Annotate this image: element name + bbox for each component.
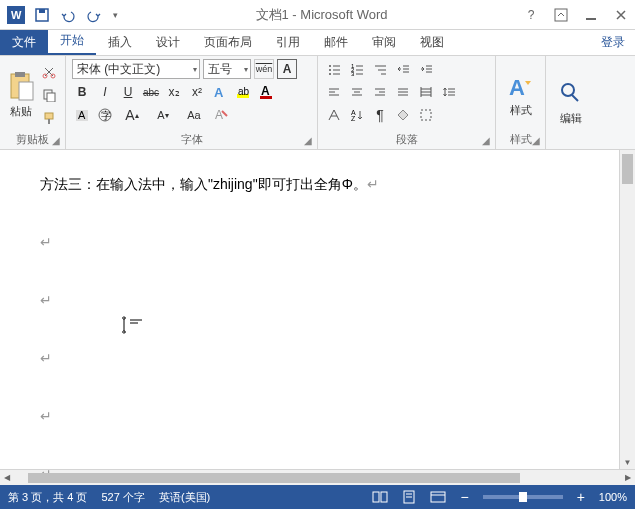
phonetic-guide-icon[interactable]: wén [254, 59, 274, 79]
save-icon[interactable] [30, 3, 54, 27]
status-bar: 第 3 页，共 4 页 527 个字 英语(美国) − + 100% [0, 485, 635, 509]
sort-icon[interactable]: AZ [347, 105, 367, 125]
svg-rect-3 [39, 9, 45, 13]
language-indicator[interactable]: 英语(美国) [159, 490, 210, 505]
svg-text:A: A [261, 84, 270, 98]
tab-view[interactable]: 视图 [408, 30, 456, 55]
font-name-value: 宋体 (中文正文) [77, 61, 160, 78]
text-effects-icon[interactable]: A [210, 82, 230, 102]
tab-file[interactable]: 文件 [0, 30, 48, 55]
enclose-char-icon[interactable]: 字 [95, 105, 115, 125]
close-button[interactable] [611, 5, 631, 25]
scroll-left-icon[interactable]: ◀ [0, 473, 14, 482]
svg-text:A: A [214, 85, 224, 100]
zoom-slider[interactable] [483, 495, 563, 499]
char-border-icon[interactable]: A [277, 59, 297, 79]
asian-layout-icon[interactable] [324, 105, 344, 125]
styles-button[interactable]: A 样式 [502, 59, 539, 130]
help-button[interactable]: ? [521, 5, 541, 25]
zoom-knob[interactable] [519, 492, 527, 502]
underline-button[interactable]: U [118, 82, 138, 102]
superscript-button[interactable]: x² [187, 82, 207, 102]
document-page[interactable]: 方法三：在输入法中，输入"zhijing"即可打出全角Φ。↵ ↵ ↵ ↵ ↵ ↵ [0, 150, 619, 469]
highlight-button[interactable]: ab [233, 82, 253, 102]
align-justify-icon[interactable] [393, 82, 413, 102]
shrink-font-button[interactable]: A▾ [149, 105, 177, 125]
align-right-icon[interactable] [370, 82, 390, 102]
ribbon-options-icon[interactable] [551, 5, 571, 25]
print-layout-icon[interactable] [402, 490, 416, 504]
char-shading-icon[interactable]: A [72, 105, 92, 125]
sign-in-link[interactable]: 登录 [591, 30, 635, 55]
word-count[interactable]: 527 个字 [101, 490, 144, 505]
group-editing: 编辑 [546, 56, 596, 149]
scroll-right-icon[interactable]: ▶ [621, 473, 635, 482]
bullets-icon[interactable] [324, 59, 344, 79]
align-left-icon[interactable] [324, 82, 344, 102]
strikethrough-button[interactable]: abc [141, 82, 161, 102]
svg-rect-73 [381, 492, 387, 502]
undo-icon[interactable] [56, 3, 80, 27]
font-color-button[interactable]: A [256, 82, 276, 102]
cut-icon[interactable] [39, 62, 59, 82]
svg-text:ab: ab [238, 86, 250, 97]
bold-button[interactable]: B [72, 82, 92, 102]
tab-review[interactable]: 审阅 [360, 30, 408, 55]
change-case-button[interactable]: Aa [180, 105, 208, 125]
align-center-icon[interactable] [347, 82, 367, 102]
redo-icon[interactable] [82, 3, 106, 27]
svg-point-27 [329, 69, 331, 71]
zoom-in-button[interactable]: + [577, 489, 585, 505]
copy-icon[interactable] [39, 85, 59, 105]
title-bar: W ▾ 文档1 - Microsoft Word ? [0, 0, 635, 30]
svg-text:A: A [78, 109, 86, 121]
borders-icon[interactable] [416, 105, 436, 125]
font-name-combo[interactable]: 宋体 (中文正文)▾ [72, 59, 200, 79]
italic-button[interactable]: I [95, 82, 115, 102]
document-area: 方法三：在输入法中，输入"zhijing"即可打出全角Φ。↵ ↵ ↵ ↵ ↵ ↵… [0, 150, 635, 469]
tab-layout[interactable]: 页面布局 [192, 30, 264, 55]
format-painter-icon[interactable] [39, 108, 59, 128]
paragraph-launcher-icon[interactable]: ◢ [480, 134, 492, 146]
group-paragraph: 123 AZ ¶ 段落 ◢ [318, 56, 496, 149]
hscroll-thumb[interactable] [28, 473, 520, 483]
font-size-combo[interactable]: 五号▾ [203, 59, 251, 79]
zoom-out-button[interactable]: − [460, 489, 468, 505]
svg-text:Z: Z [351, 115, 356, 122]
page-indicator[interactable]: 第 3 页，共 4 页 [8, 490, 87, 505]
grow-font-button[interactable]: A▴ [118, 105, 146, 125]
tab-design[interactable]: 设计 [144, 30, 192, 55]
clear-formatting-icon[interactable]: A [211, 105, 231, 125]
qat-dropdown-icon[interactable]: ▾ [108, 3, 122, 27]
font-launcher-icon[interactable]: ◢ [302, 134, 314, 146]
scroll-down-icon[interactable]: ▼ [620, 455, 635, 469]
web-layout-icon[interactable] [430, 490, 446, 504]
paste-button[interactable]: 粘贴 [6, 59, 36, 130]
show-marks-icon[interactable]: ¶ [370, 105, 390, 125]
increase-indent-icon[interactable] [416, 59, 436, 79]
minimize-button[interactable] [581, 5, 601, 25]
line-spacing-icon[interactable] [439, 82, 459, 102]
clipboard-launcher-icon[interactable]: ◢ [50, 134, 62, 146]
scroll-thumb[interactable] [622, 154, 633, 184]
read-mode-icon[interactable] [372, 490, 388, 504]
vertical-scrollbar[interactable]: ▲ ▼ [619, 150, 635, 469]
numbering-icon[interactable]: 123 [347, 59, 367, 79]
word-app-icon[interactable]: W [4, 3, 28, 27]
svg-text:A: A [215, 108, 223, 122]
svg-point-29 [329, 73, 331, 75]
editing-button[interactable]: 编辑 [552, 59, 590, 145]
decrease-indent-icon[interactable] [393, 59, 413, 79]
distribute-icon[interactable] [416, 82, 436, 102]
zoom-level[interactable]: 100% [599, 491, 627, 503]
paragraph-group-label: 段落 [324, 130, 489, 147]
tab-mailings[interactable]: 邮件 [312, 30, 360, 55]
subscript-button[interactable]: x₂ [164, 82, 184, 102]
tab-insert[interactable]: 插入 [96, 30, 144, 55]
tab-home[interactable]: 开始 [48, 28, 96, 55]
shading-icon[interactable] [393, 105, 413, 125]
tab-references[interactable]: 引用 [264, 30, 312, 55]
styles-launcher-icon[interactable]: ◢ [530, 134, 542, 146]
svg-text:A: A [509, 75, 525, 100]
multilevel-list-icon[interactable] [370, 59, 390, 79]
